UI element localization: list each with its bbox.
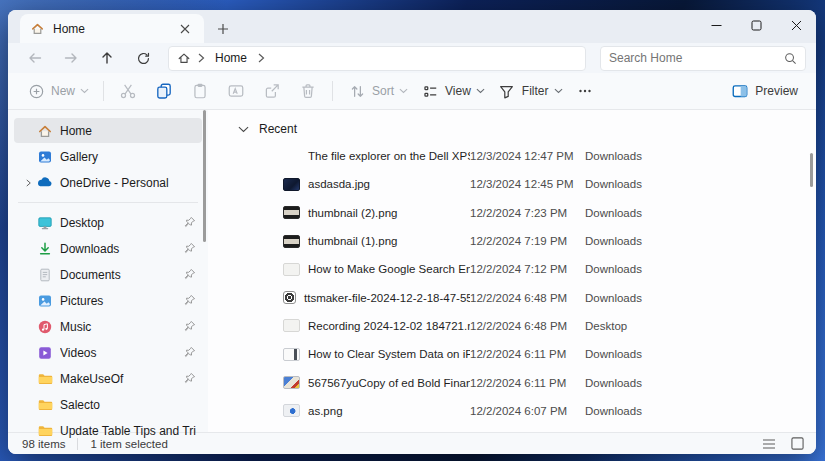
command-toolbar: New — [8, 73, 816, 110]
file-list-scrollbar[interactable] — [810, 153, 813, 187]
onedrive-cloud-icon — [36, 174, 53, 191]
group-header-recent[interactable]: Recent — [208, 116, 816, 142]
file-row[interactable]: as.png 12/2/2024 6:07 PM Downloads — [208, 397, 816, 425]
more-button[interactable] — [569, 77, 601, 105]
sidebar-item-downloads[interactable]: Downloads — [14, 236, 202, 261]
rename-button[interactable] — [220, 77, 252, 105]
toolbar-separator — [103, 81, 104, 101]
image-thumbnail-filmstrip — [283, 235, 300, 248]
copy-button[interactable] — [148, 77, 180, 105]
more-icon — [575, 81, 595, 101]
blank-file-icon — [283, 150, 300, 163]
desktop-monitor-icon — [36, 214, 53, 231]
forward-icon[interactable] — [56, 45, 86, 71]
copy-icon — [154, 81, 174, 101]
paste-button[interactable] — [184, 77, 216, 105]
sidebar-item-documents[interactable]: Documents — [14, 262, 202, 287]
sidebar-item-home[interactable]: Home — [14, 118, 202, 143]
video-play-icon — [36, 344, 53, 361]
search-icon[interactable] — [784, 52, 797, 65]
filter-button[interactable]: Filter — [491, 77, 569, 105]
document-icon — [36, 266, 53, 283]
home-icon — [30, 21, 45, 36]
chevron-down-icon[interactable] — [238, 126, 249, 133]
music-note-icon — [36, 318, 53, 335]
view-button[interactable]: View — [414, 77, 491, 105]
share-button[interactable] — [256, 77, 288, 105]
preview-icon — [730, 81, 750, 101]
sidebar-item-gallery[interactable]: Gallery — [14, 144, 202, 169]
pin-icon — [182, 242, 196, 256]
download-arrow-icon — [36, 240, 53, 257]
pin-icon — [182, 372, 196, 386]
file-row[interactable]: ttsmaker-file-2024-12-2-18-47-55... 12/2… — [208, 283, 816, 311]
paste-icon — [190, 81, 210, 101]
sidebar-item-music[interactable]: Music — [14, 314, 202, 339]
sort-icon — [347, 81, 367, 101]
file-row[interactable]: asdasda.jpg 12/3/2024 12:45 PM Downloads — [208, 170, 816, 198]
breadcrumb-item-home[interactable]: Home — [211, 51, 251, 65]
minimize-button[interactable] — [696, 10, 736, 40]
details-view-icon[interactable] — [760, 436, 778, 452]
file-list: Recent The file explorer on the Dell XPS… — [208, 110, 816, 432]
close-button[interactable] — [776, 10, 816, 40]
share-icon — [262, 81, 282, 101]
home-icon[interactable] — [177, 51, 191, 65]
chevron-right-icon[interactable] — [257, 53, 265, 63]
delete-button[interactable] — [292, 77, 324, 105]
pin-icon — [182, 320, 196, 334]
chevron-down-icon — [554, 88, 563, 94]
file-row[interactable]: How to Clear System Data on iPh... 12/2/… — [208, 340, 816, 368]
tab-home[interactable]: Home — [20, 14, 204, 43]
new-button[interactable]: New — [20, 77, 95, 105]
search-box[interactable] — [600, 46, 806, 71]
video-thumbnail-light — [283, 319, 300, 332]
gallery-icon — [36, 148, 53, 165]
image-thumbnail-color — [283, 376, 300, 389]
tab-close-icon[interactable] — [174, 18, 196, 40]
search-input[interactable] — [609, 51, 784, 65]
file-row[interactable]: thumbnail (1).png 12/2/2024 7:19 PM Down… — [208, 227, 816, 255]
document-thumbnail — [283, 348, 300, 361]
cut-icon — [118, 81, 138, 101]
breadcrumb[interactable]: Home — [168, 46, 586, 71]
pin-icon — [182, 294, 196, 308]
folder-icon — [36, 370, 53, 387]
preview-button[interactable]: Preview — [724, 77, 804, 105]
sidebar-item-update-table-tips[interactable]: Update Table Tips and Tricks in Wor — [14, 418, 202, 443]
new-icon — [26, 81, 46, 101]
audio-file-icon — [283, 291, 296, 304]
sidebar-item-salecto[interactable]: Salecto — [14, 392, 202, 417]
filter-icon — [497, 81, 517, 101]
new-tab-icon[interactable] — [212, 18, 234, 40]
large-icons-view-icon[interactable] — [788, 436, 806, 452]
image-thumbnail-filmstrip — [283, 206, 300, 219]
chevron-right-icon[interactable] — [20, 178, 36, 188]
file-row[interactable]: The file explorer on the Dell XPS 1... 1… — [208, 142, 816, 170]
chevron-right-icon — [197, 53, 205, 63]
sort-button[interactable]: Sort — [341, 77, 414, 105]
file-row[interactable]: 567567yuCopy of ed Bold Financ... 12/2/2… — [208, 368, 816, 396]
file-row[interactable]: Recording 2024-12-02 184721.mp4 12/2/202… — [208, 312, 816, 340]
sidebar-item-makeuseof[interactable]: MakeUseOf — [14, 366, 202, 391]
sidebar-item-desktop[interactable]: Desktop — [14, 210, 202, 235]
sidebar: Home Gallery OneDrive - Personal — [8, 110, 208, 432]
sidebar-item-pictures[interactable]: Pictures — [14, 288, 202, 313]
image-thumbnail-light — [283, 263, 300, 276]
up-icon[interactable] — [92, 45, 122, 71]
sidebar-item-videos[interactable]: Videos — [14, 340, 202, 365]
sidebar-scrollbar[interactable] — [203, 110, 206, 242]
sidebar-item-onedrive[interactable]: OneDrive - Personal — [14, 170, 202, 195]
navigation-bar: Home — [8, 43, 816, 73]
refresh-icon[interactable] — [128, 45, 158, 71]
folder-icon — [36, 422, 53, 439]
titlebar: Home — [8, 10, 816, 43]
file-row[interactable]: How to Make Google Search Engi... 12/2/2… — [208, 255, 816, 283]
file-row[interactable]: thumbnail (2).png 12/2/2024 7:23 PM Down… — [208, 199, 816, 227]
back-icon[interactable] — [20, 45, 50, 71]
maximize-button[interactable] — [736, 10, 776, 40]
sidebar-separator — [18, 202, 198, 203]
pin-icon — [182, 346, 196, 360]
pin-icon — [182, 268, 196, 282]
cut-button[interactable] — [112, 77, 144, 105]
